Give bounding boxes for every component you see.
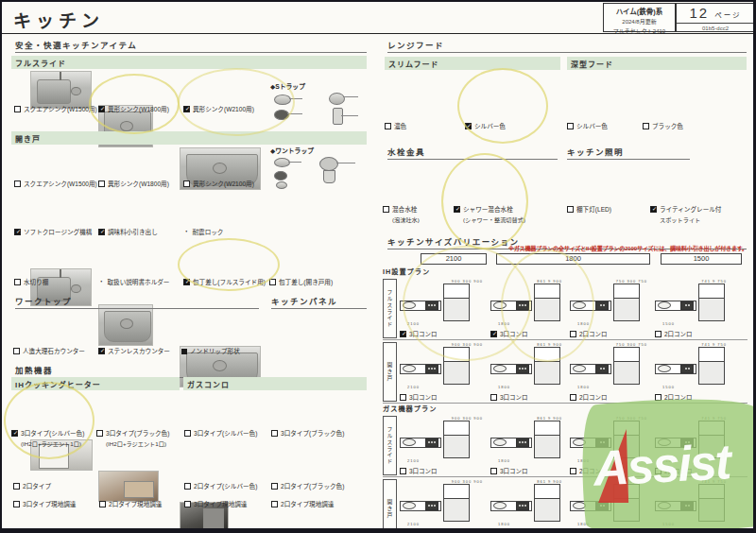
kitchen-plan-cell: 741 9 750 1500 2口コンロ — [655, 342, 734, 402]
dimension-text: 741 9 750 — [701, 416, 727, 421]
checkbox[interactable] — [570, 331, 576, 337]
doc-code: 01b5-dcc2 — [677, 24, 754, 31]
dimension-text: 1500 — [662, 385, 734, 389]
subsection-full-slide: フルスライド — [11, 56, 367, 69]
checkbox[interactable] — [650, 206, 657, 213]
option-sublabel: スポットライト — [660, 216, 700, 224]
option-row: 2口コンロ — [655, 466, 734, 475]
plan-table-row: フルスライド 900 300 900 2100 3口コンロ 861 9 900 — [383, 277, 747, 340]
checkbox[interactable] — [570, 468, 576, 474]
subsection-hinged-door: 開き戸 — [11, 131, 367, 145]
subsection-slim-hood: スリムフード — [385, 57, 560, 70]
option-row: 2口コンロ — [570, 529, 655, 533]
checkbox[interactable] — [490, 394, 497, 401]
kitchen-plan-counter — [655, 501, 696, 511]
checkbox[interactable] — [383, 206, 389, 213]
dimension-text: 741 9 750 — [701, 342, 727, 347]
option-row: 3口タイプ(ブラック色) — [271, 430, 344, 438]
checkbox[interactable] — [490, 468, 497, 474]
checkbox[interactable] — [490, 331, 497, 337]
option-label: 人造大理石カウンター — [23, 348, 85, 355]
kitchen-plan-cell: 750 300 750 1800 2口コンロ — [570, 342, 655, 402]
checkbox[interactable] — [183, 106, 190, 112]
option-row: 包丁差し(フルスライド用) — [183, 279, 266, 286]
option-label: 3口コンロ — [500, 329, 528, 338]
checkbox[interactable] — [400, 468, 406, 474]
stove-symbol — [595, 301, 609, 310]
option-label: 2口コンロ — [664, 392, 693, 402]
checkbox[interactable] — [98, 181, 105, 187]
option-row: 人造大理石カウンター — [13, 348, 85, 355]
checkbox[interactable] — [184, 430, 191, 437]
checkbox[interactable] — [643, 123, 649, 129]
checkbox[interactable] — [271, 483, 278, 490]
checkbox[interactable] — [14, 106, 21, 112]
plan-table-row: 開き戸 900 300 900 2100 3口コンロ 861 9 900 — [383, 340, 747, 404]
checkbox[interactable] — [98, 106, 105, 112]
option-label: 包丁差し(開き戸用) — [279, 279, 333, 286]
checkbox[interactable] — [14, 229, 21, 235]
sink-symbol — [493, 438, 507, 446]
page-unit: ページ — [714, 9, 741, 20]
checkbox[interactable] — [13, 483, 20, 490]
checkbox[interactable] — [98, 348, 105, 354]
checkbox[interactable] — [13, 348, 20, 354]
stove-symbol — [425, 365, 438, 373]
kitchen-plan-cabinets — [698, 284, 725, 321]
option-label: 2口コンロ — [579, 329, 608, 338]
kitchen-plan-cabinets — [613, 484, 640, 522]
stove-symbol — [425, 502, 438, 510]
checkbox[interactable] — [655, 331, 662, 337]
option-row: 異形シンク(W1800用) — [98, 106, 169, 113]
checkbox[interactable] — [465, 123, 472, 129]
checkbox[interactable] — [570, 394, 576, 401]
option-sublabel: (IH2口+ラジエント1口) — [21, 440, 81, 448]
checkbox[interactable] — [567, 123, 574, 129]
checkbox[interactable] — [11, 430, 18, 437]
option-label: 3口タイプ(ブラック色) — [281, 430, 344, 438]
option-label: 3口タイプ現地調達 — [23, 501, 76, 508]
option-label: ライティングレール付 — [660, 206, 721, 214]
option-row: ・ 取扱い説明書ホルダー — [98, 279, 169, 286]
checkbox[interactable] — [99, 501, 106, 507]
checkbox[interactable] — [13, 501, 20, 507]
option-row: 2口コンロ — [570, 466, 655, 475]
checkbox[interactable] — [655, 394, 662, 401]
checkbox[interactable] — [400, 331, 406, 337]
checkbox[interactable] — [271, 501, 278, 507]
option-label: 異形シンク(W2100用) — [193, 106, 254, 113]
checkbox[interactable] — [184, 501, 191, 507]
kitchen-plan-cell: 900 300 900 2100 3口コンロ — [400, 342, 490, 402]
option-row: 3口コンロ — [400, 392, 490, 402]
page-number-box: 12 ページ 01b5-dcc2 — [676, 3, 755, 32]
option-label: 水切り棚 — [24, 279, 48, 286]
option-label: 2口タイプ現地調達 — [281, 501, 334, 508]
dimension-text: 2100 — [407, 522, 490, 526]
option-label: 3口タイプ現地調達 — [194, 501, 247, 508]
checkbox[interactable] — [96, 430, 103, 437]
option-label: 異形シンク(W1800用) — [108, 106, 169, 113]
checkbox[interactable] — [183, 279, 190, 285]
checkbox[interactable] — [14, 181, 21, 187]
checkbox[interactable] — [183, 181, 190, 187]
section-worktop: ワークトップ — [15, 295, 259, 309]
checkbox[interactable] — [454, 206, 460, 213]
checkbox[interactable] — [184, 483, 191, 490]
checkbox[interactable] — [655, 468, 662, 474]
checkbox[interactable] — [567, 206, 574, 213]
section-safety-items: 安全・快適キッチンアイテム — [15, 39, 367, 53]
option-label: 2口コンロ — [579, 392, 608, 402]
checkbox[interactable] — [400, 394, 406, 401]
option-row: ノンドリップ形状 — [181, 348, 240, 355]
option-row: 3口タイプ(シルバー色) (IH2口+ラジエント1口) — [11, 430, 84, 448]
stove-symbol — [595, 438, 609, 447]
option-row: 水切り棚 — [14, 279, 48, 286]
checkbox[interactable] — [385, 123, 391, 129]
checkbox[interactable] — [271, 430, 278, 437]
dimension-text: 1800 — [577, 385, 655, 389]
size-table-rows: IH設置プランフルスライド 900 300 900 2100 3口コンロ 861… — [383, 266, 747, 533]
checkbox[interactable] — [269, 279, 276, 285]
kitchen-plan-cabinets — [534, 284, 560, 321]
checkbox[interactable] — [14, 279, 21, 285]
checkbox[interactable] — [98, 229, 105, 235]
